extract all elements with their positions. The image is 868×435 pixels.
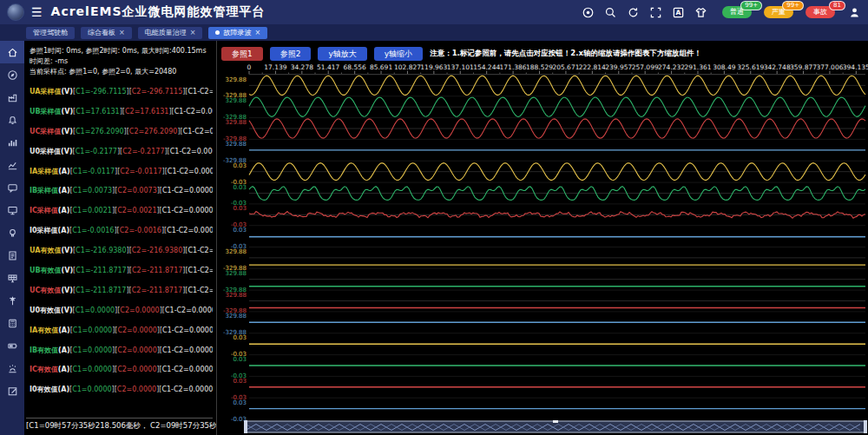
svg-text:0.03: 0.03 bbox=[233, 378, 247, 385]
home-icon bbox=[7, 47, 18, 58]
tab-label: 电能质量治理 bbox=[145, 27, 187, 39]
tab-故障录波[interactable]: 故障录波× bbox=[208, 27, 267, 39]
reference2-button[interactable]: 参照2 bbox=[270, 47, 312, 61]
tab-label: 管理驾驶舱 bbox=[33, 27, 68, 39]
alarm-badge[interactable]: 严重99+ bbox=[764, 6, 793, 18]
sidebar-item-home[interactable] bbox=[0, 41, 24, 63]
tab-综合看板[interactable]: 综合看板× bbox=[81, 27, 132, 39]
channel-diff-value: C1-C2=0.0000 bbox=[162, 326, 213, 334]
active-tab-dot bbox=[215, 30, 220, 35]
channel-c2-value: C2=-211.8717 bbox=[132, 267, 182, 274]
datazoom-left-handle[interactable] bbox=[244, 420, 247, 433]
channel-name: IB有效值 bbox=[30, 346, 58, 355]
channel-row-UA采样值: UA采样值 (V) [ C1=-296.7115 ][ C2=-296.7115… bbox=[30, 82, 213, 102]
channel-unit: (A) bbox=[58, 366, 70, 373]
sidebar-item-alarm-bell[interactable] bbox=[0, 109, 24, 131]
datazoom-drag-dot[interactable] bbox=[553, 420, 558, 423]
svg-text:0.03: 0.03 bbox=[233, 227, 247, 234]
svg-text:102.827: 102.827 bbox=[394, 63, 421, 71]
menu-toggle-icon[interactable]: ☰ bbox=[31, 5, 43, 19]
channel-name: UA有效值 bbox=[30, 246, 61, 255]
channel-c1-value: C1=0.0000 bbox=[76, 306, 115, 314]
sidebar-item-document[interactable] bbox=[0, 244, 24, 267]
sidebar-item-bulb[interactable] bbox=[0, 221, 24, 244]
svg-text:34.278: 34.278 bbox=[291, 63, 313, 71]
font-size-icon[interactable]: A bbox=[672, 6, 685, 19]
channel-c1-value: C1=0.0000 bbox=[73, 346, 112, 354]
channel-c1-value: C1=-0.0016 bbox=[72, 227, 114, 234]
channel-diff-value: C1-C2=0.0000 bbox=[187, 247, 213, 254]
sidebar-item-keypad[interactable] bbox=[0, 312, 24, 334]
channel-unit: (A) bbox=[58, 227, 70, 234]
battery-icon bbox=[7, 340, 18, 352]
channel-name: IB采样值 bbox=[30, 186, 58, 195]
svg-text:394.135: 394.135 bbox=[843, 63, 868, 71]
fullscreen-icon[interactable] bbox=[649, 6, 662, 19]
search-icon[interactable] bbox=[604, 6, 617, 19]
channel-c2-value: C2=0.0021 bbox=[117, 207, 156, 214]
sidebar-item-message[interactable] bbox=[0, 176, 24, 199]
sidebar-item-bar-chart[interactable] bbox=[0, 131, 24, 154]
waveform-chart[interactable]: 017.13934.27851.41768.55685.691102.82711… bbox=[217, 62, 868, 435]
yaxis-zoom-in-button[interactable]: y轴放大 bbox=[318, 47, 366, 61]
channel-diff-value: C1-C2=0.0000 bbox=[162, 346, 213, 354]
svg-text:377.006: 377.006 bbox=[816, 63, 843, 71]
cursor-timestamp: [C1=09时57分35秒218.506毫秒， C2=09时57分35秒218.… bbox=[26, 418, 213, 432]
sidebar-item-line-chart[interactable] bbox=[0, 154, 24, 176]
sidebar-item-monitor[interactable] bbox=[0, 199, 24, 221]
refresh-icon[interactable] bbox=[627, 6, 640, 19]
sidebar-item-edit[interactable] bbox=[0, 379, 24, 402]
channel-c1-value: C1=0.0073 bbox=[73, 187, 112, 194]
tab-close-icon[interactable]: × bbox=[190, 27, 196, 39]
channel-row-UC采样值: UC采样值 (V) [ C1=276.2090 ][ C2=276.2090 ]… bbox=[30, 122, 213, 142]
channel-diff-value: C1-C2=0.0000 bbox=[168, 168, 213, 175]
sidebar-item-solar-panel[interactable] bbox=[0, 267, 24, 289]
channel-row-IB采样值: IB采样值 (A) [ C1=0.0073 ][ C2=0.0073 ][ C1… bbox=[30, 181, 213, 201]
channel-diff-value: C1-C2=0.0000 bbox=[187, 88, 213, 96]
yaxis-zoom-out-button[interactable]: y轴缩小 bbox=[374, 47, 423, 61]
sidebar-item-battery[interactable] bbox=[0, 334, 24, 357]
channel-row-I0采样值: I0采样值 (A) [ C1=-0.0016 ][ C2=-0.0016 ][ … bbox=[30, 221, 213, 241]
channel-c1-value: C1=0.0021 bbox=[73, 207, 112, 214]
channel-name: UB采样值 bbox=[30, 107, 62, 116]
time-diff-info: 时间差: -ms bbox=[30, 56, 213, 67]
channel-diff-value: C1-C2=0.0000 bbox=[162, 207, 213, 214]
alarm-badge[interactable]: 普通99+ bbox=[722, 6, 752, 18]
channel-unit: (A) bbox=[58, 386, 70, 393]
svg-text:51.417: 51.417 bbox=[317, 63, 339, 71]
tab-label: 故障录波 bbox=[223, 27, 251, 39]
sidebar-item-siren[interactable] bbox=[0, 357, 24, 379]
sidebar-nav bbox=[0, 41, 24, 435]
sidebar-item-compass[interactable] bbox=[0, 63, 24, 86]
user-icon[interactable] bbox=[848, 6, 861, 19]
channel-unit: (V) bbox=[61, 148, 73, 155]
sidebar-item-factory[interactable] bbox=[0, 86, 24, 109]
svg-text:0.03: 0.03 bbox=[233, 184, 247, 191]
theme-icon[interactable] bbox=[694, 6, 707, 19]
channel-c1-value: C1=0.0000 bbox=[73, 326, 112, 334]
tab-close-icon[interactable]: × bbox=[254, 27, 260, 39]
channel-unit: (A) bbox=[58, 168, 70, 175]
svg-text:342.748: 342.748 bbox=[764, 63, 791, 71]
channel-name: UA采样值 bbox=[30, 87, 61, 96]
channel-c2-value: C2=-296.7115 bbox=[132, 88, 182, 96]
channel-diff-value: C1-C2=0.0000 bbox=[183, 128, 213, 135]
sidebar-item-pole[interactable] bbox=[0, 289, 24, 312]
tab-电能质量治理[interactable]: 电能质量治理× bbox=[138, 27, 203, 39]
reference1-button[interactable]: 参照1 bbox=[221, 47, 263, 61]
logo-avatar[interactable] bbox=[7, 3, 24, 21]
channel-unit: (V) bbox=[61, 247, 73, 254]
svg-text:329.88: 329.88 bbox=[226, 248, 247, 255]
svg-text:291.361: 291.361 bbox=[684, 63, 711, 71]
channel-c1-value: C1=-211.8717 bbox=[76, 267, 126, 274]
tab-close-icon[interactable]: × bbox=[119, 27, 125, 39]
channel-diff-value: C1-C2=0.0000 bbox=[161, 386, 213, 393]
alarm-badge[interactable]: 事故81 bbox=[806, 6, 835, 18]
channel-unit: (A) bbox=[58, 326, 70, 334]
svg-text:325.619: 325.619 bbox=[737, 63, 764, 71]
record-icon[interactable] bbox=[582, 6, 595, 19]
svg-text:329.88: 329.88 bbox=[226, 270, 247, 277]
tab-管理驾驶舱[interactable]: 管理驾驶舱 bbox=[26, 27, 75, 39]
datazoom-right-handle[interactable] bbox=[864, 420, 867, 433]
channel-diff-value: C1-C2=0.0000 bbox=[170, 148, 213, 155]
